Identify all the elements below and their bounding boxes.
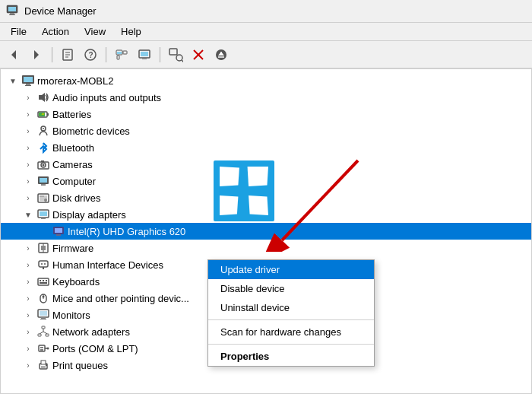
expand-diskdrives[interactable]: › [22, 192, 34, 204]
svg-rect-1 [8, 7, 16, 11]
svg-point-20 [176, 55, 182, 61]
menu-action[interactable]: Action [34, 24, 77, 39]
tree-item-bluetooth[interactable]: › Bluetooth [1, 139, 531, 156]
tree-item-audio[interactable]: › Audio inputs and outputs [1, 89, 531, 106]
win-quad-4 [245, 192, 269, 216]
display-label: Display adapters [52, 209, 528, 221]
svg-rect-65 [38, 278, 49, 285]
help-button[interactable]: ? [80, 44, 101, 65]
win-quad-1 [220, 167, 243, 190]
svg-rect-50 [40, 195, 44, 197]
svg-rect-45 [40, 178, 47, 183]
expand-hid[interactable]: › [22, 259, 34, 271]
mice-icon [36, 291, 50, 305]
svg-rect-67 [43, 280, 44, 281]
bluetooth-label: Bluetooth [52, 142, 528, 154]
title-bar-text: Device Manager [24, 5, 97, 17]
expand-ports[interactable]: › [22, 342, 34, 354]
menu-view[interactable]: View [77, 24, 113, 39]
svg-rect-61 [39, 261, 48, 267]
audio-label: Audio inputs and outputs [52, 92, 528, 103]
show-devices-button[interactable] [111, 44, 132, 65]
svg-marker-5 [34, 50, 39, 59]
remove-button[interactable] [188, 44, 209, 65]
context-menu-disable[interactable]: Disable device [208, 279, 374, 298]
svg-rect-68 [46, 280, 47, 281]
svg-rect-46 [41, 184, 46, 186]
svg-rect-93 [41, 361, 46, 364]
svg-rect-55 [55, 228, 62, 233]
svg-marker-4 [11, 50, 16, 59]
svg-rect-78 [40, 319, 46, 319]
svg-rect-53 [41, 218, 46, 219]
monitors-icon [36, 308, 50, 322]
tree-item-intelgpu[interactable]: Intel(R) UHD Graphics 620 [1, 223, 531, 240]
svg-rect-56 [56, 234, 61, 236]
svg-point-63 [44, 263, 46, 265]
svg-rect-94 [41, 366, 46, 367]
context-menu-uninstall[interactable]: Uninstall device [208, 298, 374, 317]
win-quad-3 [220, 192, 243, 216]
context-menu-update[interactable]: Update driver [208, 260, 374, 279]
expand-network[interactable]: › [22, 326, 34, 338]
svg-rect-66 [40, 280, 41, 281]
root-label: rmorerax-MOBL2 [37, 75, 528, 87]
expand-firmware[interactable]: › [22, 242, 34, 254]
scan-button[interactable] [165, 44, 186, 65]
svg-rect-76 [40, 311, 47, 316]
expand-bluetooth[interactable]: › [22, 141, 34, 154]
expand-mice[interactable]: › [22, 292, 34, 304]
tree-root[interactable]: ▼ rmorerax-MOBL2 [1, 72, 531, 89]
tree-item-biometric[interactable]: › Biometric devices [1, 122, 531, 139]
menu-bar: File Action View Help [0, 23, 532, 41]
expand-keyboards[interactable]: › [22, 275, 34, 288]
toolbar-sep-3 [160, 47, 160, 62]
svg-rect-29 [24, 77, 33, 82]
expand-print[interactable]: › [22, 359, 34, 371]
bluetooth-icon [36, 141, 50, 154]
camera-icon [36, 157, 50, 171]
svg-rect-18 [142, 58, 147, 59]
menu-help[interactable]: Help [113, 24, 149, 39]
title-bar-icon [6, 4, 18, 18]
svg-rect-58 [41, 246, 46, 250]
back-button[interactable] [3, 44, 24, 65]
svg-line-21 [182, 60, 183, 62]
menu-file[interactable]: File [3, 24, 34, 39]
svg-rect-17 [141, 52, 148, 56]
properties-button[interactable] [57, 44, 78, 65]
expand-biometric[interactable]: › [22, 125, 34, 137]
svg-point-90 [40, 349, 42, 351]
expand-display[interactable]: ▼ [22, 208, 34, 221]
context-menu-sep-1 [208, 319, 374, 320]
tree-item-firmware[interactable]: › Firmware [1, 240, 531, 256]
context-menu-properties[interactable]: Properties [208, 347, 374, 366]
expand-audio[interactable]: › [22, 91, 34, 103]
svg-rect-13 [117, 52, 122, 54]
svg-rect-2 [10, 13, 14, 14]
network-icon [36, 325, 50, 338]
monitor-button[interactable] [134, 44, 155, 65]
expand-computer[interactable]: › [22, 175, 34, 187]
download-button[interactable] [211, 44, 232, 65]
expand-monitors[interactable]: › [22, 309, 34, 321]
svg-rect-42 [41, 160, 44, 162]
forward-button[interactable] [26, 44, 47, 65]
keyboard-icon [36, 275, 50, 288]
svg-line-83 [40, 332, 43, 334]
svg-rect-77 [41, 317, 46, 319]
context-menu-scan[interactable]: Scan for hardware changes [208, 323, 374, 342]
toolbar: ? [0, 41, 532, 68]
tree-item-batteries[interactable]: › Batteries [1, 106, 531, 122]
main-content: ▼ rmorerax-MOBL2 › Audio [0, 68, 532, 394]
svg-rect-15 [117, 56, 119, 59]
svg-line-84 [43, 332, 47, 334]
expand-root[interactable]: ▼ [7, 75, 19, 87]
context-menu: Update driver Disable device Uninstall d… [207, 259, 375, 367]
svg-text:?: ? [89, 51, 93, 59]
svg-point-88 [40, 347, 42, 348]
svg-rect-79 [42, 326, 45, 329]
expand-cameras[interactable]: › [22, 158, 34, 170]
svg-rect-14 [123, 51, 127, 54]
expand-batteries[interactable]: › [22, 108, 34, 120]
